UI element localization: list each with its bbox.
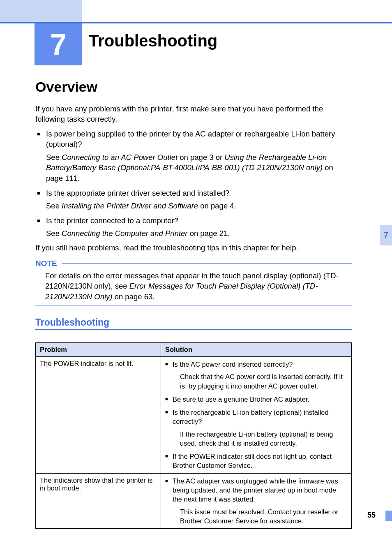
checklist-ref: See Installing the Printer Driver and So… [46,201,352,211]
solution-cell: Is the AC power cord inserted correctly?… [161,357,352,474]
checklist-ref: See Connecting the Computer and Printer … [46,228,352,239]
solution-text: Is the AC power cord inserted correctly? [173,361,293,368]
ref-text: on page 4. [198,201,236,210]
corner-mark [385,511,392,521]
ref-text: on page 21. [188,229,230,238]
ref-link[interactable]: Installing the Printer Driver and Softwa… [62,201,198,210]
troubleshooting-subheading: Troubleshooting [35,317,352,330]
header-accent [0,0,82,23]
ref-link[interactable]: Connecting to an AC Power Outlet [62,153,178,162]
problem-cell: The POWER indicator is not lit. [36,357,161,474]
note-label: NOTE [35,259,57,268]
problem-cell: The indicators show that the printer is … [36,473,161,528]
note-body: For details on the error messages that a… [35,271,352,302]
solution-cell: The AC adapter was unplugged while the f… [161,473,352,528]
checklist-item: Is the printer connected to a computer? … [46,215,352,239]
solution-bullet: The AC adapter was unplugged while the f… [173,476,347,525]
table-row: The indicators show that the printer is … [36,473,352,528]
checklist-ref: See Connecting to an AC Power Outlet on … [46,152,352,184]
checklist-question: Is power being supplied to the printer b… [46,130,335,149]
overview-closing: If you still have problems, read the tro… [35,243,352,253]
ref-text: See [46,229,62,238]
ref-text: See [46,153,62,162]
solution-text: If the POWER indicator still does not li… [173,453,332,469]
note-rule [35,305,352,305]
solution-sub: Check that the AC power cord is inserted… [180,372,347,391]
overview-intro: If you have any problems with the printe… [35,104,352,125]
table-header-solution: Solution [161,343,352,357]
ref-link[interactable]: Connecting the Computer and Printer [62,229,187,238]
page-number: 55 [367,511,376,520]
table-header-problem: Problem [36,343,161,357]
note-text: on page 63. [113,292,155,301]
solution-text: Is the rechargeable Li-ion battery (opti… [173,409,329,425]
chapter-title: Troubleshooting [89,32,217,50]
table-row: The POWER indicator is not lit. Is the A… [36,357,352,474]
solution-text: Be sure to use a genuine Brother AC adap… [173,395,309,403]
solution-bullet: Is the rechargeable Li-ion battery (opti… [173,408,347,448]
note-rule [62,263,352,264]
solution-bullet: Is the AC power cord inserted correctly?… [173,360,347,391]
ref-text: on page 3 or [178,153,224,162]
ref-text: See [46,201,62,210]
chapter-number-box: 7 [35,23,82,65]
section-tab: 7 [380,225,392,245]
solution-sub: This issue must be resolved. Contact you… [180,507,347,526]
checklist-question: Is the printer connected to a computer? [46,216,178,225]
note-block: NOTE For details on the error messages t… [35,259,352,306]
solution-sub: If the rechargeable Li-ion battery (opti… [180,430,347,448]
troubleshooting-table: Problem Solution The POWER indicator is … [35,342,352,529]
checklist-item: Is the appropriate printer driver select… [46,188,352,211]
overview-heading: Overview [35,79,352,95]
checklist-item: Is power being supplied to the printer b… [46,129,352,184]
solution-bullet: Be sure to use a genuine Brother AC adap… [173,395,347,404]
checklist-question: Is the appropriate printer driver select… [46,189,229,197]
solution-bullet: If the POWER indicator still does not li… [173,452,347,470]
solution-text: The AC adapter was unplugged while the f… [173,477,338,503]
